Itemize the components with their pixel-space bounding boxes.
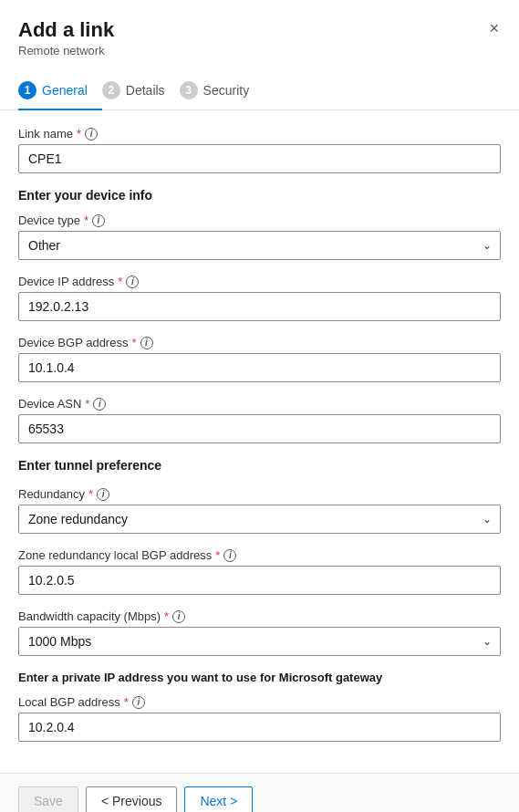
zone-bgp-group: Zone redundancy local BGP address * i: [18, 548, 501, 595]
bandwidth-group: Bandwidth capacity (Mbps) * i 500 Mbps 1…: [18, 609, 501, 656]
dialog-title: Add a link: [18, 18, 501, 42]
device-ip-group: Device IP address * i: [18, 275, 501, 321]
dialog-body: Link name * i Enter your device info Dev…: [0, 110, 519, 773]
device-ip-input[interactable]: [18, 292, 501, 321]
zone-bgp-label: Zone redundancy local BGP address * i: [18, 548, 501, 562]
tab-details-number: 2: [102, 81, 120, 99]
redundancy-group: Redundancy * i Zone redundancy No redund…: [18, 487, 501, 534]
dialog-footer: Save < Previous Next >: [0, 773, 519, 812]
bandwidth-info-icon[interactable]: i: [172, 610, 185, 623]
link-name-info-icon[interactable]: i: [85, 128, 98, 141]
link-name-required: *: [77, 127, 81, 141]
device-ip-required: *: [118, 275, 122, 288]
device-asn-label: Device ASN * i: [18, 397, 501, 411]
device-type-select-wrapper: Other Cisco Juniper Palo Alto Fortinet ⌄: [18, 231, 501, 260]
zone-bgp-required: *: [215, 548, 220, 562]
local-bgp-group: Local BGP address * i: [18, 695, 501, 742]
redundancy-required: *: [88, 487, 93, 501]
redundancy-select[interactable]: Zone redundancy No redundancy: [18, 505, 501, 534]
previous-button[interactable]: < Previous: [86, 786, 178, 812]
redundancy-label: Redundancy * i: [18, 487, 501, 501]
device-bgp-label: Device BGP address * i: [18, 336, 501, 349]
link-name-input[interactable]: [18, 144, 501, 173]
tab-bar: 1 General 2 Details 3 Security: [0, 72, 519, 110]
local-bgp-required: *: [124, 695, 129, 709]
dialog-subtitle: Remote network: [18, 44, 501, 57]
device-type-select[interactable]: Other Cisco Juniper Palo Alto Fortinet: [18, 231, 501, 260]
save-button[interactable]: Save: [18, 786, 78, 812]
tab-general[interactable]: 1 General: [18, 72, 102, 110]
device-asn-input[interactable]: [18, 414, 501, 443]
device-bgp-info-icon[interactable]: i: [140, 337, 153, 349]
tab-details-label: Details: [126, 83, 165, 98]
bandwidth-select-wrapper: 500 Mbps 1000 Mbps 2000 Mbps 5000 Mbps ⌄: [18, 627, 501, 656]
tab-general-number: 1: [18, 81, 36, 99]
private-ip-note: Enter a private IP address you want to u…: [18, 671, 501, 684]
device-type-info-icon[interactable]: i: [92, 214, 105, 227]
close-button[interactable]: ×: [485, 16, 503, 40]
link-name-label: Link name * i: [18, 127, 501, 141]
local-bgp-info-icon[interactable]: i: [132, 696, 145, 709]
device-ip-label: Device IP address * i: [18, 275, 501, 288]
device-asn-group: Device ASN * i: [18, 397, 501, 443]
device-asn-required: *: [85, 397, 89, 411]
tab-security-number: 3: [180, 81, 198, 99]
device-type-label: Device type * i: [18, 213, 501, 227]
tab-details[interactable]: 2 Details: [102, 72, 180, 110]
local-bgp-label: Local BGP address * i: [18, 695, 501, 709]
device-bgp-input[interactable]: [18, 353, 501, 382]
bandwidth-select[interactable]: 500 Mbps 1000 Mbps 2000 Mbps 5000 Mbps: [18, 627, 501, 656]
device-type-group: Device type * i Other Cisco Juniper Palo…: [18, 213, 501, 260]
device-bgp-required: *: [131, 336, 136, 349]
bandwidth-label: Bandwidth capacity (Mbps) * i: [18, 609, 501, 623]
zone-bgp-input[interactable]: [18, 566, 501, 595]
redundancy-info-icon[interactable]: i: [97, 488, 109, 501]
tab-general-label: General: [42, 83, 88, 98]
add-link-dialog: Add a link Remote network × 1 General 2 …: [0, 0, 519, 812]
dialog-header: Add a link Remote network ×: [0, 0, 519, 72]
device-ip-info-icon[interactable]: i: [126, 276, 139, 288]
device-info-heading: Enter your device info: [18, 188, 501, 203]
local-bgp-input[interactable]: [18, 713, 501, 742]
redundancy-select-wrapper: Zone redundancy No redundancy ⌄: [18, 505, 501, 534]
bandwidth-required: *: [164, 609, 169, 623]
device-type-required: *: [84, 213, 88, 227]
tab-security[interactable]: 3 Security: [180, 72, 265, 110]
tunnel-preference-heading: Enter tunnel preference: [18, 458, 501, 473]
tab-security-label: Security: [203, 83, 250, 98]
device-bgp-group: Device BGP address * i: [18, 336, 501, 382]
zone-bgp-info-icon[interactable]: i: [223, 549, 236, 562]
link-name-group: Link name * i: [18, 127, 501, 173]
next-button[interactable]: Next >: [184, 786, 253, 812]
device-asn-info-icon[interactable]: i: [93, 398, 106, 411]
